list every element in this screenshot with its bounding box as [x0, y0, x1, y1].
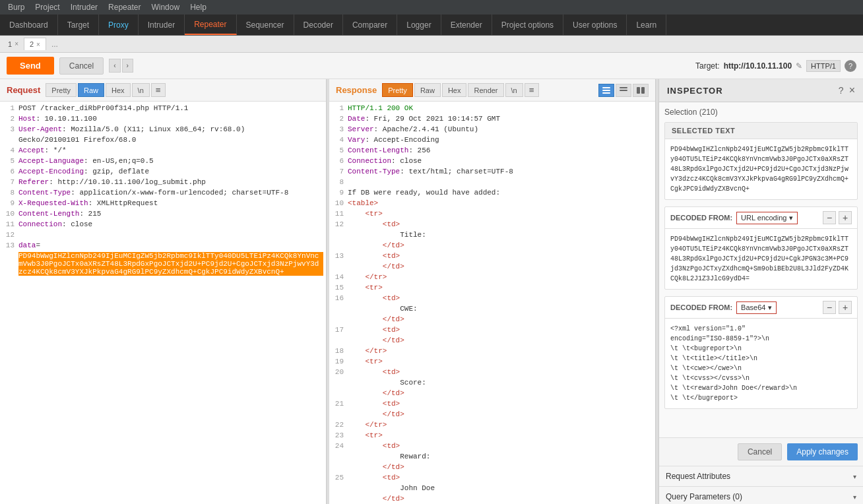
resp-fmt-raw[interactable]: Raw — [414, 83, 441, 97]
req-resp-area: Request Pretty Raw Hex \n ≡ 1 POST /trac… — [0, 79, 863, 504]
repeater-tab-1[interactable]: 1 × — [3, 38, 24, 50]
tab-project-options[interactable]: Project options — [492, 15, 563, 35]
view-horizontal-btn[interactable] — [616, 84, 631, 97]
menu-window[interactable]: Window — [146, 1, 185, 13]
req-fmt-pretty[interactable]: Pretty — [46, 83, 77, 97]
tab-repeater[interactable]: Repeater — [185, 15, 236, 35]
inspector-panel: INSPECTOR ? × Selection (210) SELECTED T… — [658, 79, 863, 504]
request-panel: Request Pretty Raw Hex \n ≡ 1 POST /trac… — [0, 79, 327, 504]
resp-fmt-pretty[interactable]: Pretty — [382, 83, 413, 97]
req-line-5: 5 Accept-Language: en-US,en;q=0.5 — [3, 157, 323, 168]
resp-fmt-menu[interactable]: ≡ — [525, 83, 539, 97]
edit-target-icon[interactable]: ✎ — [796, 61, 802, 71]
tab-extender[interactable]: Extender — [441, 15, 492, 35]
resp-line-12b: Title: — [332, 231, 653, 241]
selection-info: Selection (210) — [664, 108, 858, 117]
repeater-tab-more[interactable]: ... — [46, 38, 63, 51]
tab-logger[interactable]: Logger — [397, 15, 441, 35]
decode-text-1: PD94bWwgIHZlcnNpb249IjEuMCIgZW5jb2Rpbmc9… — [665, 229, 857, 289]
accordion-query-params-header[interactable]: Query Parameters (0) ▾ — [659, 487, 863, 504]
resp-line-15: 15 <tr> — [332, 284, 653, 294]
inspector-help-icon[interactable]: ? — [839, 85, 844, 96]
send-bar: Send Cancel ‹ › Target: http://10.10.11.… — [0, 53, 863, 79]
resp-fmt-render[interactable]: Render — [468, 83, 503, 97]
decoded-from-select-1[interactable]: URL encoding ▾ — [736, 212, 798, 224]
target-label: Target: — [695, 61, 720, 71]
tab-sequencer[interactable]: Sequencer — [237, 15, 294, 35]
decode-plus-1-button[interactable]: + — [839, 211, 852, 224]
resp-line-19: 19 <tr> — [332, 358, 653, 368]
req-line-4: 4 Accept: */* — [3, 146, 323, 157]
tab-comparer[interactable]: Comparer — [343, 15, 397, 35]
resp-fmt-ln[interactable]: \n — [505, 83, 523, 97]
resp-line-11: 11 <tr> — [332, 210, 653, 220]
accordion-request-attributes-header[interactable]: Request Attributes ▾ — [659, 466, 863, 486]
response-format-buttons: Pretty Raw Hex Render \n ≡ — [382, 83, 538, 97]
resp-line-23: 23 <tr> — [332, 431, 653, 442]
tab-decoder[interactable]: Decoder — [294, 15, 343, 35]
view-vertical-btn[interactable] — [633, 84, 649, 97]
cancel-button[interactable]: Cancel — [59, 57, 104, 75]
response-code-area[interactable]: 1 HTTP/1.1 200 OK 2 Date: Fri, 29 Oct 20… — [329, 102, 655, 504]
resp-line-18: 18 </tr> — [332, 347, 653, 358]
inspector-cancel-button[interactable]: Cancel — [738, 443, 782, 460]
req-line-data: PD94bWwgIHZlcnNpb249IjEuMCIgZW5jb2Rpbmc9… — [3, 252, 323, 276]
close-tab-1-icon[interactable]: × — [15, 40, 18, 47]
apply-changes-button[interactable]: Apply changes — [787, 443, 858, 460]
req-line-12: 12 — [3, 231, 323, 241]
view-split-btn[interactable] — [598, 84, 614, 97]
resp-line-16b: CWE: — [332, 305, 653, 315]
inspector-header: INSPECTOR ? × — [659, 79, 863, 102]
tab-target[interactable]: Target — [58, 15, 99, 35]
repeater-tab-bar: 1 × 2 × ... — [0, 36, 863, 53]
nav-back-button[interactable]: ‹ — [109, 59, 120, 73]
main-area: Request Pretty Raw Hex \n ≡ 1 POST /trac… — [0, 79, 863, 504]
resp-line-20: 20 <td> — [332, 368, 653, 379]
resp-line-20c: </td> — [332, 389, 653, 400]
response-panel-header: Response Pretty Raw Hex Render \n ≡ — [329, 79, 655, 102]
tab-learn[interactable]: Learn — [627, 15, 666, 35]
response-panel: Response Pretty Raw Hex Render \n ≡ — [329, 79, 656, 504]
decode-minus-2-button[interactable]: − — [823, 301, 836, 314]
inspector-title: INSPECTOR — [667, 86, 723, 96]
decode-plus-2-button[interactable]: + — [839, 301, 852, 314]
inspector-body: Selection (210) SELECTED TEXT PD94bWwgIH… — [659, 102, 863, 437]
decode-section-1: DECODED FROM: URL encoding ▾ − + PD94bWw… — [664, 206, 858, 290]
close-tab-2-icon[interactable]: × — [36, 41, 40, 48]
decode-minus-1-button[interactable]: − — [823, 211, 836, 224]
tab-user-options[interactable]: User options — [563, 15, 627, 35]
help-icon[interactable]: ? — [845, 60, 856, 72]
menu-repeater[interactable]: Repeater — [103, 1, 146, 13]
tab-proxy[interactable]: Proxy — [99, 15, 139, 35]
req-line-11: 11 Connection: close — [3, 220, 323, 231]
inspector-close-icon[interactable]: × — [849, 84, 855, 96]
req-fmt-raw[interactable]: Raw — [78, 83, 104, 97]
decode-from-row-2: DECODED FROM: Base64 ▾ − + — [665, 297, 857, 319]
tab-intruder[interactable]: Intruder — [139, 15, 185, 35]
repeater-tab-2[interactable]: 2 × — [24, 38, 46, 50]
resp-line-24b: Reward: — [332, 453, 653, 463]
resp-line-22: 22 </tr> — [332, 421, 653, 431]
resp-fmt-hex[interactable]: Hex — [442, 83, 467, 97]
req-line-8: 8 Content-Type: application/x-www-form-u… — [3, 189, 323, 199]
resp-line-17b: </td> — [332, 336, 653, 347]
decoded-from-select-2[interactable]: Base64 ▾ — [736, 301, 777, 314]
req-line-9: 9 X-Requested-With: XMLHttpRequest — [3, 199, 323, 210]
req-fmt-ln[interactable]: \n — [132, 83, 150, 97]
resp-line-21b: </td> — [332, 410, 653, 421]
view-toggle — [598, 84, 649, 97]
decode-from-row-1: DECODED FROM: URL encoding ▾ − + — [665, 207, 857, 229]
decode-actions-1: − + — [823, 211, 852, 224]
req-fmt-hex[interactable]: Hex — [106, 83, 131, 97]
menu-intruder[interactable]: Intruder — [65, 1, 103, 13]
request-code-area[interactable]: 1 POST /tracker_diRbPr00f314.php HTTP/1.… — [0, 102, 326, 504]
menu-help[interactable]: Help — [185, 1, 212, 13]
tab-dashboard[interactable]: Dashboard — [0, 15, 58, 35]
req-fmt-menu[interactable]: ≡ — [151, 83, 166, 97]
send-button[interactable]: Send — [7, 57, 54, 75]
menu-project[interactable]: Project — [30, 1, 65, 13]
nav-forward-button[interactable]: › — [122, 59, 133, 73]
menu-burp[interactable]: Burp — [3, 1, 30, 13]
http-version-badge[interactable]: HTTP/1 — [806, 60, 841, 72]
resp-line-14: 14 </tr> — [332, 273, 653, 284]
